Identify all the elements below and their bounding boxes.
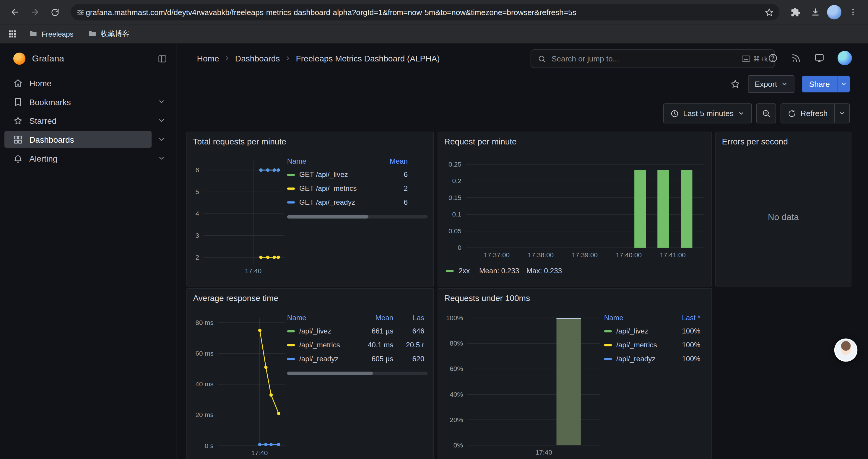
brand-name: Grafana bbox=[32, 54, 151, 64]
bookmark-folder-blogs[interactable]: 收藏博客 bbox=[83, 27, 133, 40]
site-info-icon[interactable] bbox=[76, 8, 85, 16]
sidebar-item-starred[interactable]: Starred bbox=[0, 111, 176, 130]
legend-row[interactable]: /api/_metrics 40.1 ms 20.5 r bbox=[287, 338, 428, 352]
sidebar-item-dashboards[interactable]: Dashboards bbox=[0, 130, 176, 149]
legend-row[interactable]: /api/_metrics 100% bbox=[604, 338, 704, 352]
svg-text:0.25: 0.25 bbox=[448, 161, 462, 168]
panel-title[interactable]: Errors per second bbox=[722, 137, 788, 146]
panel-title[interactable]: Requests under 100ms bbox=[444, 293, 530, 302]
breadcrumb: Home Dashboards Freeleaps Metrics Dashbo… bbox=[197, 44, 440, 72]
refresh-button[interactable]: Refresh bbox=[781, 104, 834, 123]
bookmark-star-icon[interactable] bbox=[765, 7, 774, 17]
chevron-down-icon[interactable] bbox=[152, 150, 172, 166]
chevron-down-icon[interactable] bbox=[152, 131, 172, 148]
star-icon bbox=[13, 116, 23, 125]
reload-icon[interactable] bbox=[46, 4, 63, 21]
panel-errors-per-second: Errors per second No data bbox=[715, 132, 851, 287]
legend-scrollbar[interactable] bbox=[287, 371, 428, 375]
zoom-out-icon bbox=[762, 109, 771, 118]
legend-row[interactable]: GET /api/_readyz 6 bbox=[287, 195, 428, 209]
address-bar[interactable] bbox=[71, 4, 780, 21]
search-input[interactable] bbox=[550, 54, 737, 64]
folder-icon bbox=[29, 29, 37, 38]
browser-menu-icon[interactable] bbox=[845, 4, 861, 21]
panel-title[interactable]: Total requests per minute bbox=[193, 137, 286, 146]
chevron-right-icon bbox=[284, 54, 291, 61]
browser-toolbar bbox=[0, 0, 868, 24]
grafana-brand: Grafana bbox=[0, 44, 176, 73]
sidebar-item-alerting[interactable]: Alerting bbox=[0, 149, 176, 168]
legend-col-mean[interactable]: Mean bbox=[358, 314, 394, 322]
legend-col-last[interactable]: Las bbox=[393, 314, 424, 322]
sidebar-item-label: Dashboards bbox=[29, 135, 74, 144]
header-icons bbox=[768, 44, 852, 72]
sidebar-item-home[interactable]: Home bbox=[0, 73, 176, 93]
export-button[interactable]: Export bbox=[748, 75, 794, 93]
legend-row[interactable]: /api/_readyz 100% bbox=[604, 352, 704, 366]
legend-scrollbar[interactable] bbox=[287, 215, 428, 218]
refresh-icon bbox=[788, 109, 796, 118]
no-data-message: No data bbox=[721, 154, 845, 280]
back-icon[interactable] bbox=[6, 4, 23, 21]
svg-text:17:40: 17:40 bbox=[251, 449, 268, 457]
keyboard-icon bbox=[742, 55, 750, 62]
sidebar-item-bookmarks[interactable]: Bookmarks bbox=[0, 93, 176, 111]
dock-sidebar-icon[interactable] bbox=[158, 54, 167, 64]
favorite-star-icon[interactable] bbox=[730, 79, 740, 89]
svg-text:0 s: 0 s bbox=[205, 442, 214, 450]
legend-col-mean[interactable]: Mean bbox=[375, 157, 408, 165]
breadcrumb-home[interactable]: Home bbox=[197, 54, 219, 63]
svg-text:2: 2 bbox=[195, 254, 199, 261]
svg-text:60%: 60% bbox=[450, 365, 463, 372]
legend-row[interactable]: GET /api/_livez 6 bbox=[287, 167, 428, 182]
grafana-logo-icon[interactable] bbox=[13, 53, 25, 65]
panel-requests-under-100ms: Requests under 100ms 0%20%40%60%80%100%1… bbox=[438, 288, 712, 459]
breadcrumb-dashboards[interactable]: Dashboards bbox=[235, 54, 280, 63]
monitor-icon[interactable] bbox=[814, 53, 824, 63]
legend-row[interactable]: /api/_livez 661 µs 646 bbox=[287, 324, 428, 338]
svg-text:17:41:00: 17:41:00 bbox=[660, 251, 685, 259]
zoom-out-button[interactable] bbox=[756, 103, 776, 123]
panel-title[interactable]: Average response time bbox=[193, 293, 278, 302]
total-requests-chart: 2345617:40 bbox=[187, 153, 296, 282]
svg-text:80 ms: 80 ms bbox=[195, 319, 214, 326]
refresh-interval-button[interactable] bbox=[834, 104, 849, 123]
legend-row[interactable]: GET /api/_metrics 2 bbox=[287, 182, 428, 195]
time-range-picker[interactable]: Last 5 minutes bbox=[663, 103, 752, 123]
forward-icon[interactable] bbox=[27, 4, 43, 21]
extensions-icon[interactable] bbox=[787, 4, 804, 21]
chevron-down-icon bbox=[781, 80, 787, 87]
help-icon[interactable] bbox=[768, 53, 778, 63]
rss-icon[interactable] bbox=[791, 53, 801, 63]
bookmark-folder-freeleaps[interactable]: Freeleaps bbox=[24, 28, 78, 40]
share-menu-button[interactable] bbox=[837, 76, 850, 93]
browser-profile-avatar[interactable] bbox=[827, 5, 841, 20]
search-bar[interactable]: ⌘+k bbox=[531, 49, 775, 68]
svg-text:17:40: 17:40 bbox=[245, 267, 261, 275]
share-button[interactable]: Share bbox=[802, 76, 837, 93]
svg-text:17:40: 17:40 bbox=[536, 449, 552, 456]
series-name[interactable]: 2xx bbox=[459, 267, 470, 275]
svg-text:0: 0 bbox=[458, 244, 461, 251]
download-icon[interactable] bbox=[807, 4, 824, 21]
user-avatar[interactable] bbox=[838, 51, 852, 65]
legend-col-name[interactable]: Name bbox=[604, 314, 670, 322]
browser-window: Freeleaps 收藏博客 Grafana Home bbox=[0, 0, 868, 459]
series-swatch bbox=[287, 173, 295, 175]
url-input[interactable] bbox=[85, 7, 764, 17]
legend-col-name[interactable]: Name bbox=[287, 314, 358, 322]
apps-grid-icon[interactable] bbox=[8, 29, 17, 38]
legend-col-name[interactable]: Name bbox=[287, 157, 375, 165]
assistant-avatar[interactable] bbox=[834, 338, 858, 362]
legend-row[interactable]: /api/_livez 100% bbox=[604, 324, 704, 338]
chevron-down-icon bbox=[839, 110, 845, 117]
svg-text:3: 3 bbox=[195, 232, 199, 239]
chevron-down-icon[interactable] bbox=[152, 112, 172, 129]
panel-title[interactable]: Request per minute bbox=[444, 137, 517, 146]
legend-row[interactable]: /api/_readyz 605 µs 620 bbox=[287, 352, 428, 366]
chevron-down-icon[interactable] bbox=[152, 93, 172, 110]
grafana-main: Home Dashboards Freeleaps Metrics Dashbo… bbox=[176, 44, 868, 459]
series-swatch bbox=[287, 187, 295, 189]
grafana-app: Grafana Home Bookmarks bbox=[0, 44, 868, 459]
legend-col-last[interactable]: Last * bbox=[670, 314, 701, 322]
